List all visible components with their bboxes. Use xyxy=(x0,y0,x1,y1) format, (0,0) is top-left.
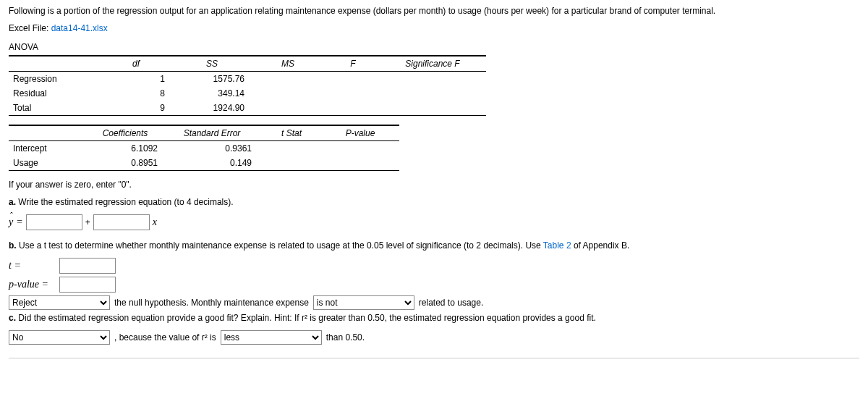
intro-text: Following is a portion of the regression… xyxy=(9,6,859,16)
anova-row-label: Total xyxy=(9,101,103,116)
qb-text2: of Appendix B. xyxy=(571,240,630,251)
anova-cell: 1 xyxy=(103,72,175,87)
coef-row-label: Intercept xyxy=(9,141,88,156)
pvalue-label: p-value = xyxy=(9,279,55,290)
anova-h2: SS xyxy=(175,56,255,72)
coef-h3: t Stat xyxy=(262,125,327,141)
anova-cell: 349.14 xyxy=(175,86,255,101)
qb-text: Use a t test to determine whether monthl… xyxy=(17,240,543,251)
anova-h3: MS xyxy=(255,56,327,72)
equals: = xyxy=(16,217,22,228)
coef-table: Coefficients Standard Error t Stat P-val… xyxy=(9,125,399,171)
question-b: b. Use a t test to determine whether mon… xyxy=(9,240,859,251)
coef-cell: 0.8951 xyxy=(88,156,168,171)
table-row: Intercept 6.1092 0.9361 xyxy=(9,141,399,156)
anova-h0 xyxy=(9,56,103,72)
plus: + xyxy=(85,217,90,227)
coef-header-row: Coefficients Standard Error t Stat P-val… xyxy=(9,125,399,141)
isnot-select[interactable]: is not xyxy=(313,295,414,310)
t-input[interactable] xyxy=(59,258,116,274)
anova-row-label: Regression xyxy=(9,72,103,87)
anova-header-row: df SS MS F Significance F xyxy=(9,56,486,72)
table2-link[interactable]: Table 2 xyxy=(543,240,571,251)
qc-tail1: , because the value of r² is xyxy=(114,332,216,343)
intercept-input[interactable] xyxy=(26,214,82,230)
coef-h4: P-value xyxy=(327,125,399,141)
zero-note: If your answer is zero, enter "0". xyxy=(9,180,859,190)
reject-row: Reject the null hypothesis. Monthly main… xyxy=(9,295,859,310)
reject-tail1: the null hypothesis. Monthly maintenance… xyxy=(114,298,309,308)
anova-h4: F xyxy=(327,56,385,72)
fit-row: No , because the value of r² is less tha… xyxy=(9,330,859,345)
reject-select[interactable]: Reject xyxy=(9,295,110,310)
end-rule xyxy=(9,358,859,358)
coef-row-label: Usage xyxy=(9,156,88,171)
qc-tail2: than 0.50. xyxy=(326,332,365,343)
file-link[interactable]: data14-41.xlsx xyxy=(51,23,108,33)
table-row: Usage 0.8951 0.149 xyxy=(9,156,399,171)
slope-input[interactable] xyxy=(93,214,150,230)
less-select[interactable]: less xyxy=(221,330,322,345)
coef-cell: 0.9361 xyxy=(168,141,262,156)
table-row: Regression 1 1575.76 xyxy=(9,72,486,87)
t-row: t = xyxy=(9,258,859,274)
table-row: Residual 8 349.14 xyxy=(9,86,486,101)
anova-label: ANOVA xyxy=(9,42,859,52)
t-label: t = xyxy=(9,260,55,272)
table-row: Total 9 1924.90 xyxy=(9,101,486,116)
qa-text: Write the estimated regression equation … xyxy=(16,197,234,207)
regression-equation: ˆy = + x xyxy=(9,214,859,230)
question-a: a. Write the estimated regression equati… xyxy=(9,197,859,207)
anova-cell: 1924.90 xyxy=(175,101,255,116)
x-symbol: x xyxy=(153,217,157,228)
fit-select[interactable]: No xyxy=(9,330,110,345)
anova-h5: Significance F xyxy=(385,56,486,72)
qa-label: a. xyxy=(9,197,16,207)
pvalue-input[interactable] xyxy=(59,277,116,293)
yhat-symbol: ˆy xyxy=(9,217,13,228)
qb-label: b. xyxy=(9,240,17,251)
file-label: Excel File: xyxy=(9,23,51,33)
qc-label: c. xyxy=(9,313,16,323)
anova-table: df SS MS F Significance F Regression 1 1… xyxy=(9,55,486,116)
coef-h2: Standard Error xyxy=(168,125,262,141)
qc-text: Did the estimated regression equation pr… xyxy=(16,313,596,323)
coef-cell: 0.149 xyxy=(168,156,262,171)
coef-h0 xyxy=(9,125,88,141)
reject-tail2: related to usage. xyxy=(419,298,483,308)
anova-cell: 1575.76 xyxy=(175,72,255,87)
anova-h1: df xyxy=(103,56,175,72)
coef-h1: Coefficients xyxy=(88,125,168,141)
coef-cell: 6.1092 xyxy=(88,141,168,156)
pvalue-row: p-value = xyxy=(9,277,859,293)
anova-cell: 8 xyxy=(103,86,175,101)
question-c: c. Did the estimated regression equation… xyxy=(9,313,859,323)
anova-cell: 9 xyxy=(103,101,175,116)
anova-row-label: Residual xyxy=(9,86,103,101)
file-line: Excel File: data14-41.xlsx xyxy=(9,23,859,33)
